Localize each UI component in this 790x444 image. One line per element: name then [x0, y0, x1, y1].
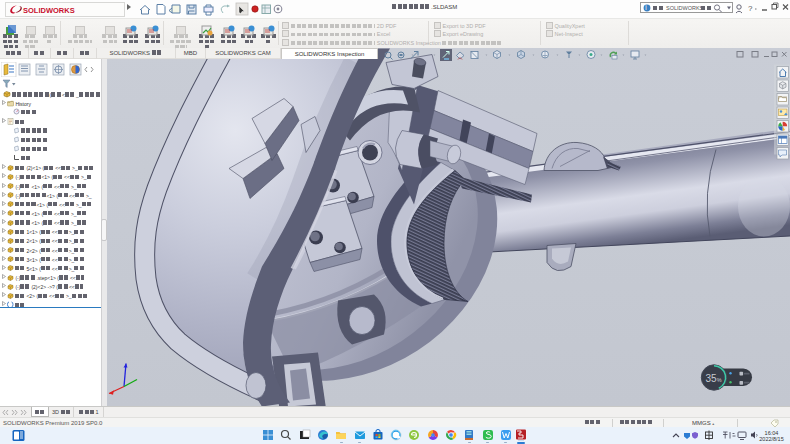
svg-text:i: i: [645, 4, 646, 11]
svg-text:SOLIDWORKS: SOLIDWORKS: [23, 6, 75, 15]
svg-text:?: ?: [748, 4, 753, 13]
